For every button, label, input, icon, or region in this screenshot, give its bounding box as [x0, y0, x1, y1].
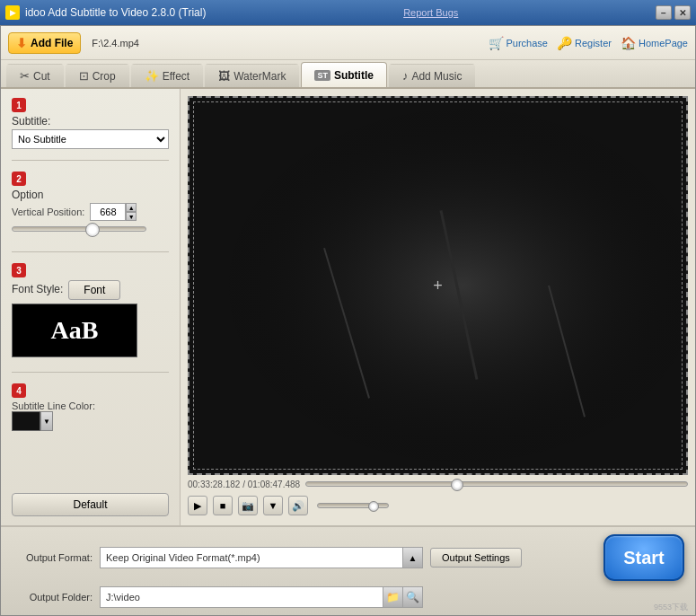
tab-watermark-label: WaterMark	[233, 70, 286, 83]
video-container: +	[188, 96, 688, 475]
font-style-label: Font Style:	[12, 283, 63, 295]
add-file-icon: ⬇	[16, 36, 27, 50]
step2-section: 2 Option Vertical Position: ▲ ▼	[12, 172, 169, 241]
cut-icon: ✂	[20, 69, 30, 83]
output-format-dropdown-button[interactable]: ▲	[402, 548, 422, 568]
purchase-button[interactable]: 🛒 Purchase	[489, 36, 548, 50]
subtitle-label: Subtitle:	[12, 115, 169, 128]
tab-add-music[interactable]: ♪ Add Music	[389, 64, 476, 87]
watermark-notice: 9553下载	[654, 602, 688, 613]
color-picker[interactable]: ▼	[12, 411, 169, 431]
color-dropdown-button[interactable]: ▼	[40, 411, 53, 431]
output-folder-row: Output Folder: J:\video 📁 🔍	[12, 586, 684, 608]
progress-track[interactable]	[305, 481, 688, 487]
step3-header: 3	[12, 263, 169, 280]
step4-header: 4	[12, 383, 169, 400]
time-display: 00:33:28.182 / 01:08:47.488	[188, 480, 300, 489]
volume-track[interactable]	[317, 503, 389, 508]
tab-subtitle[interactable]: ST Subtitle	[301, 62, 387, 87]
output-format-box: Keep Original Video Format(*.mp4) ▲	[100, 547, 423, 568]
play-button[interactable]: ▶	[188, 496, 207, 515]
font-preview: AaB	[12, 304, 137, 357]
vertical-slider-thumb[interactable]	[85, 223, 100, 237]
tab-add-music-label: Add Music	[411, 70, 462, 83]
subtitle-line-color-label: Subtitle Line Color:	[12, 400, 95, 411]
step4-badge: 4	[12, 383, 26, 398]
titlebar-controls: − ✕	[656, 5, 691, 20]
spin-down-button[interactable]: ▼	[126, 212, 137, 221]
spacer	[12, 438, 169, 486]
tab-effect[interactable]: ✨ Effect	[131, 64, 203, 87]
step1-header: 1	[12, 98, 169, 115]
subtitle-dropdown[interactable]: No Subtitle	[12, 129, 169, 149]
subtitle-select-row: No Subtitle	[12, 129, 169, 149]
dropdown-button[interactable]: ▼	[263, 496, 283, 515]
output-format-label: Output Format:	[12, 552, 93, 563]
default-button[interactable]: Default	[12, 493, 169, 516]
snapshot-button[interactable]: 📷	[238, 496, 258, 515]
app-icon: ▶	[5, 5, 20, 20]
tab-crop[interactable]: ⊡ Crop	[66, 64, 129, 87]
stop-button[interactable]: ■	[213, 496, 233, 515]
color-swatch	[12, 411, 40, 431]
vertical-position-input: ▲ ▼	[90, 203, 137, 221]
folder-buttons: 📁 🔍	[383, 587, 422, 607]
video-crosshair: +	[433, 277, 443, 295]
step3-badge: 3	[12, 263, 26, 277]
vertical-slider-row	[12, 221, 169, 241]
step3-section: 3 Font Style: Font AaB	[12, 263, 169, 361]
start-button[interactable]: Start	[603, 534, 684, 581]
output-format-value: Keep Original Video Format(*.mp4)	[101, 552, 402, 563]
tab-effect-label: Effect	[163, 70, 189, 83]
report-bugs-link[interactable]: Report Bugs	[403, 7, 458, 18]
tab-cut-label: Cut	[33, 70, 50, 83]
output-settings-button[interactable]: Output Settings	[430, 548, 522, 568]
vertical-position-field[interactable]	[90, 203, 126, 221]
divider2	[12, 251, 169, 252]
step2-badge: 2	[12, 172, 26, 186]
titlebar-left: ▶ idoo Add Subtitle to Video 2.8.0 (Tria…	[5, 5, 206, 20]
font-button[interactable]: Font	[68, 280, 120, 300]
homepage-label: HomePage	[639, 38, 688, 48]
add-file-button[interactable]: ⬇ Add File	[8, 32, 81, 54]
tab-subtitle-label: Subtitle	[334, 69, 374, 82]
controls-row: ▶ ■ 📷 ▼ 🔊	[188, 493, 688, 518]
vertical-slider-track	[12, 226, 146, 232]
top-right-buttons: 🛒 Purchase 🔑 Register 🏠 HomePage	[489, 36, 689, 50]
toolbar-top: ⬇ Add File F:\2.4.mp4 🛒 Purchase 🔑 Regis…	[1, 26, 695, 60]
register-icon: 🔑	[557, 36, 572, 50]
step1-section: 1 Subtitle: No Subtitle	[12, 98, 169, 149]
add-music-icon: ♪	[402, 69, 409, 83]
close-button[interactable]: ✕	[674, 5, 691, 20]
tab-cut[interactable]: ✂ Cut	[6, 64, 64, 87]
browse-folder-button[interactable]: 📁	[383, 587, 402, 607]
homepage-button[interactable]: 🏠 HomePage	[621, 36, 688, 50]
output-folder-label: Output Folder:	[12, 592, 93, 603]
output-format-row: Output Format: Keep Original Video Forma…	[12, 534, 684, 581]
register-button[interactable]: 🔑 Register	[557, 36, 612, 50]
subtitle-line-color-row: Subtitle Line Color:	[12, 400, 169, 411]
spin-up-button[interactable]: ▲	[126, 203, 137, 212]
font-style-row: Font Style: Font	[12, 280, 169, 300]
progress-thumb[interactable]	[451, 479, 463, 491]
step4-section: 4 Subtitle Line Color: ▼	[12, 383, 169, 431]
divider3	[12, 372, 169, 373]
timeline-row: 00:33:28.182 / 01:08:47.488	[188, 475, 688, 493]
spin-buttons: ▲ ▼	[126, 203, 137, 221]
option-label: Option	[12, 189, 169, 201]
tab-watermark[interactable]: 🖼 WaterMark	[205, 64, 299, 87]
effect-icon: ✨	[145, 69, 159, 83]
output-folder-value: J:\video	[101, 592, 383, 603]
vertical-position-label: Vertical Position:	[12, 207, 84, 217]
volume-thumb[interactable]	[368, 501, 379, 512]
app-title: idoo Add Subtitle to Video 2.8.0 (Trial)	[25, 6, 206, 19]
step1-badge: 1	[12, 98, 26, 112]
output-folder-box: J:\video 📁 🔍	[100, 586, 423, 608]
volume-button[interactable]: 🔊	[288, 496, 308, 515]
content-area: 1 Subtitle: No Subtitle 2 Option Vertica…	[1, 89, 695, 525]
minimize-button[interactable]: −	[656, 5, 672, 20]
purchase-icon: 🛒	[489, 36, 504, 50]
search-folder-button[interactable]: 🔍	[402, 587, 422, 607]
video-scene: +	[189, 98, 686, 473]
register-label: Register	[575, 38, 612, 48]
